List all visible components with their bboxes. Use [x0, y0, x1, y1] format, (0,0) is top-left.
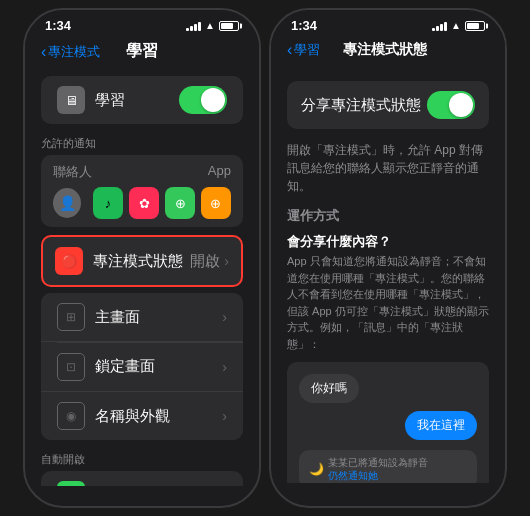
name-appearance-item[interactable]: ◉ 名稱與外觀 › — [41, 392, 243, 440]
battery-icon-right — [465, 21, 485, 31]
share-toggle[interactable] — [427, 91, 475, 119]
back-button-left[interactable]: ‹ 專注模式 — [41, 43, 100, 61]
status-icons-left: ▲ — [186, 20, 239, 31]
nav-bar-right: ‹ 學習 專注模式狀態 — [271, 37, 505, 67]
contact-avatar: 👤 — [53, 188, 81, 218]
focus-status-label: 專注模式狀態 — [93, 252, 190, 271]
focus-chevron-icon: › — [224, 253, 229, 269]
focus-status-row[interactable]: 🔴 專注模式狀態 開啟 › — [41, 235, 243, 287]
wifi-icon-right: ▲ — [451, 20, 461, 31]
back-chevron-icon-right: ‹ — [287, 41, 292, 59]
learning-item[interactable]: 🖥 學習 — [41, 76, 243, 124]
nav-bar-left: ‹ 專注模式 學習 — [25, 37, 259, 70]
status-time-right: 1:34 — [291, 18, 317, 33]
app-icon-2: ⊕ — [165, 187, 195, 219]
name-appearance-label: 名稱與外觀 — [95, 407, 222, 426]
smart-activation-value: 開啟 — [188, 486, 218, 487]
back-button-right[interactable]: ‹ 學習 — [287, 41, 320, 59]
bubble-outgoing: 我在這裡 — [405, 411, 477, 440]
chat-bubble-section: 你好嗎 我在這裡 🌙 某某已將通知設為靜音仍然通知她 — [287, 362, 489, 483]
right-phone: 1:34 ▲ ‹ 學習 專注模式狀態 分享專注模式狀態 — [269, 8, 507, 508]
spotify-icon: ♪ — [93, 187, 123, 219]
bubbles-container: 你好嗎 我在這裡 — [299, 374, 477, 444]
signal-icon — [186, 21, 201, 31]
share-toggle-knob — [449, 93, 473, 117]
contacts-label: 聯絡人 — [53, 163, 92, 181]
status-icons-right: ▲ — [432, 20, 485, 31]
smart-activation-item[interactable]: ⏻ 智慧型啟用 開啟 › — [41, 471, 243, 486]
app-icon-1: ✿ — [129, 187, 159, 219]
section1-text: App 只會知道您將通知設為靜音；不會知道您在使用哪種「專注模式」。您的聯絡人不… — [271, 253, 505, 358]
smart-activation-label: 智慧型啟用 — [95, 486, 188, 487]
battery-icon — [219, 21, 239, 31]
lock-screen-item[interactable]: ⊡ 鎖定畫面 › — [41, 343, 243, 392]
home-screen-label: 主畫面 — [95, 308, 222, 327]
home-chevron-icon: › — [222, 309, 227, 325]
app-icon-3: ⊕ — [201, 187, 231, 219]
share-label: 分享專注模式狀態 — [301, 96, 421, 115]
page-title-right: 專注模式狀態 — [320, 41, 449, 59]
appearance-chevron-icon: › — [222, 408, 227, 424]
auto-open-header: 自動開啟 — [25, 448, 259, 471]
wifi-icon: ▲ — [205, 20, 215, 31]
lock-chevron-icon: › — [222, 359, 227, 375]
section1-title: 會分享什麼內容？ — [271, 229, 505, 253]
auto-open-group: ⏻ 智慧型啟用 開啟 › — [41, 471, 243, 486]
status-time-left: 1:34 — [45, 18, 71, 33]
app-label: App — [208, 163, 231, 181]
toggle-knob — [201, 88, 225, 112]
learning-label: 學習 — [95, 91, 179, 110]
share-toggle-row[interactable]: 分享專注模式狀態 — [287, 81, 489, 129]
back-chevron-icon: ‹ — [41, 43, 46, 61]
permissions-row[interactable]: 聯絡人 App 👤 ♪ ✿ ⊕ ⊕ — [41, 155, 243, 227]
left-phone: 1:34 ▲ ‹ 專注模式 學習 🖥 學 — [23, 8, 261, 508]
signal-icon-right — [432, 21, 447, 31]
focus-status-highlighted-wrapper: 🔴 專注模式狀態 開啟 › — [33, 235, 251, 287]
notification-text: 某某已將通知設為靜音仍然通知她 — [328, 456, 428, 482]
permissions-group: 聯絡人 App 👤 ♪ ✿ ⊕ ⊕ — [41, 155, 243, 227]
share-description: 開啟「專注模式」時，允許 App 對傳訊息給您的聯絡人顯示您正靜音的通知。 — [271, 137, 505, 203]
bubble-incoming: 你好嗎 — [299, 374, 359, 403]
home-screen-item[interactable]: ⊞ 主畫面 › — [41, 293, 243, 342]
home-icon: ⊞ — [57, 303, 85, 331]
moon-icon: 🌙 — [309, 462, 324, 476]
back-label-right: 學習 — [294, 41, 320, 59]
focus-status-icon: 🔴 — [55, 247, 83, 275]
app-icons-row: 👤 ♪ ✿ ⊕ ⊕ — [53, 187, 231, 219]
allowed-notifications-header: 允許的通知 — [25, 132, 259, 155]
learning-group: 🖥 學習 — [41, 76, 243, 124]
learning-icon: 🖥 — [57, 86, 85, 114]
appearance-group: ⊞ 主畫面 › ⊡ 鎖定畫面 › ◉ 名稱與外觀 › — [41, 293, 243, 440]
lock-screen-label: 鎖定畫面 — [95, 357, 222, 376]
back-label-left: 專注模式 — [48, 43, 100, 61]
status-bar-right: 1:34 ▲ — [271, 10, 505, 37]
appearance-icon: ◉ — [57, 402, 85, 430]
lock-icon: ⊡ — [57, 353, 85, 381]
page-title-left: 學習 — [100, 41, 183, 62]
learning-toggle[interactable] — [179, 86, 227, 114]
how-it-works-title: 運作方式 — [271, 203, 505, 229]
focus-status-value: 開啟 — [190, 252, 220, 271]
right-scroll[interactable]: 分享專注模式狀態 開啟「專注模式」時，允許 App 對傳訊息給您的聯絡人顯示您正… — [271, 67, 505, 483]
notification-banner: 🌙 某某已將通知設為靜音仍然通知她 — [299, 450, 477, 483]
left-scroll[interactable]: 🖥 學習 允許的通知 聯絡人 App 👤 ♪ ✿ ⊕ — [25, 70, 259, 486]
status-bar-left: 1:34 ▲ — [25, 10, 259, 37]
smart-activation-icon: ⏻ — [57, 481, 85, 486]
